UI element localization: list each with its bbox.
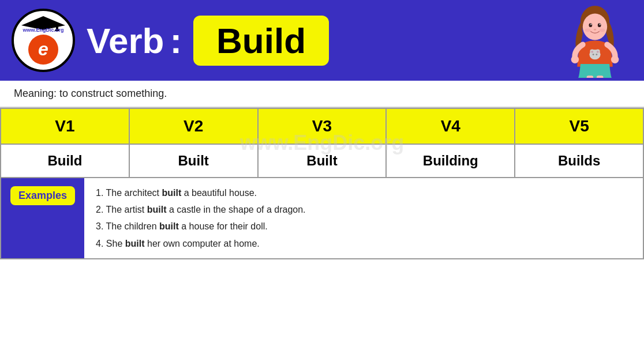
verb-forms-table: V1 V2 V3 V4 V5 Build Built Built Buildin… <box>0 108 644 178</box>
svg-rect-22 <box>597 76 604 78</box>
meaning-row: Meaning: to construct something. <box>0 81 644 108</box>
svg-point-9 <box>594 29 597 31</box>
examples-content: 1. The architect built a beautiful house… <box>84 178 643 258</box>
examples-label-cell: Examples <box>1 178 84 258</box>
character-illustration <box>557 3 632 78</box>
table-header-row: V1 V2 V3 V4 V5 <box>1 108 643 144</box>
bold-3: built <box>159 221 179 231</box>
examples-section: Examples 1. The architect built a beauti… <box>0 178 644 259</box>
svg-point-4 <box>583 13 607 40</box>
svg-point-16 <box>597 51 599 53</box>
svg-point-10 <box>585 28 591 32</box>
svg-point-11 <box>600 28 605 32</box>
examples-badge: Examples <box>10 186 75 205</box>
cell-v4: Building <box>386 144 515 178</box>
col-v2: V2 <box>129 108 258 144</box>
table-row: Build Built Built Building Builds <box>1 144 643 178</box>
svg-point-15 <box>591 51 593 53</box>
logo-inner: www.EngDic.org e <box>20 15 66 66</box>
cell-v1: Build <box>1 144 129 178</box>
col-v3: V3 <box>258 108 387 144</box>
svg-point-19 <box>571 56 579 63</box>
svg-rect-21 <box>587 76 594 78</box>
logo-letter: e <box>38 39 48 60</box>
cell-v3: Built <box>258 144 387 178</box>
svg-point-7 <box>590 24 591 25</box>
bold-2: built <box>147 205 167 214</box>
col-v4: V4 <box>386 108 515 144</box>
bold-1: built <box>162 188 182 198</box>
svg-point-6 <box>598 23 601 27</box>
verb-table-wrapper: www.EngDic.org V1 V2 V3 V4 V5 Build Buil… <box>0 108 644 178</box>
col-v1: V1 <box>1 108 129 144</box>
cell-v2: Built <box>129 144 258 178</box>
col-v5: V5 <box>515 108 643 144</box>
example-2: 2. The artist built a castle in the shap… <box>96 202 631 217</box>
example-3: 3. The children built a house for their … <box>96 218 631 234</box>
main-word: Build <box>216 20 306 61</box>
character-svg <box>560 6 630 78</box>
main-word-box: Build <box>193 16 329 66</box>
main-content: www.EngDic.org V1 V2 V3 V4 V5 Build Buil… <box>0 108 644 259</box>
example-4: 4. She built her own computer at home. <box>96 236 631 251</box>
svg-point-5 <box>589 23 592 27</box>
logo-top-text: www.EngDic.org <box>23 28 63 33</box>
example-1: 1. The architect built a beautiful house… <box>96 185 631 201</box>
svg-point-8 <box>600 24 601 25</box>
meaning-text: to construct something. <box>59 88 167 99</box>
svg-point-18 <box>596 54 597 55</box>
cell-v5: Builds <box>515 144 643 178</box>
meaning-label: Meaning: <box>14 88 57 99</box>
header-title-section: Verb : Build <box>75 16 557 66</box>
header: www.EngDic.org e Verb : Build <box>0 0 644 81</box>
svg-point-20 <box>611 56 619 63</box>
svg-point-17 <box>593 54 594 55</box>
verb-label: Verb <box>87 20 164 61</box>
logo-e-circle: e <box>28 35 58 65</box>
logo: www.EngDic.org e <box>12 9 75 72</box>
colon-label: : <box>170 20 182 61</box>
bold-4: built <box>125 239 145 248</box>
